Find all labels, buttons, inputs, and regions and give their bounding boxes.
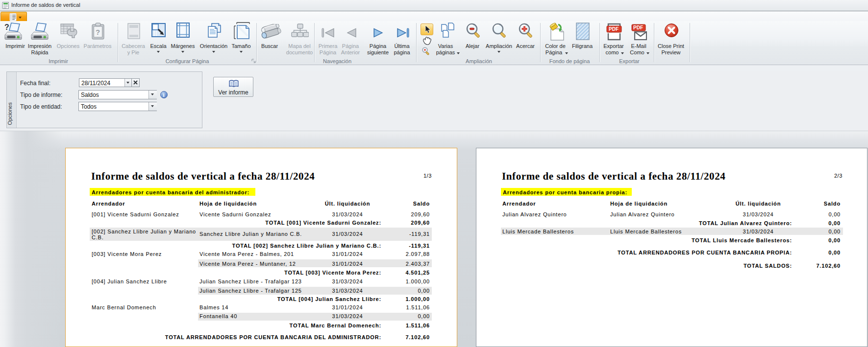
svg-text:PDF: PDF bbox=[609, 26, 619, 32]
svg-text:?: ? bbox=[4, 23, 9, 31]
svg-text:i: i bbox=[163, 92, 164, 98]
svg-text:PDF: PDF bbox=[633, 25, 643, 30]
svg-text:?: ? bbox=[96, 28, 100, 36]
